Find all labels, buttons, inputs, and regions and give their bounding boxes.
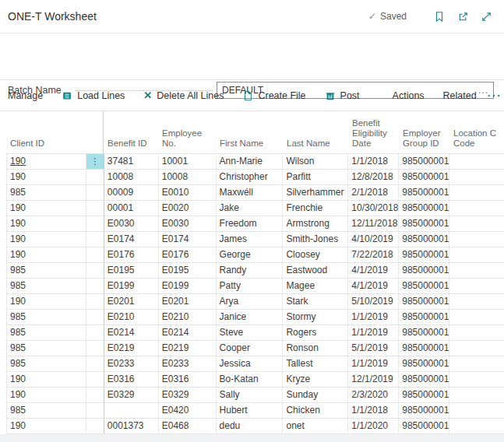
cell-location-code[interactable] bbox=[449, 356, 504, 371]
cell-location-code[interactable] bbox=[449, 232, 504, 247]
cell-last-name[interactable]: Rogers bbox=[283, 325, 348, 340]
cell-client-id[interactable]: 985 bbox=[7, 325, 86, 340]
cell-last-name[interactable]: Chicken bbox=[283, 403, 348, 418]
cell-location-code[interactable] bbox=[449, 310, 504, 324]
cell-location-code[interactable] bbox=[449, 247, 504, 262]
cell-first-name[interactable]: Sally bbox=[217, 388, 284, 402]
cell-benefit-id[interactable]: E0174 bbox=[104, 232, 159, 247]
cell-last-name[interactable]: Parfitt bbox=[283, 170, 348, 184]
cell-employer-group-id[interactable]: 985000001 bbox=[399, 403, 449, 418]
cell-employee-no[interactable]: E0201 bbox=[159, 294, 217, 309]
related-menu[interactable]: Related bbox=[443, 90, 477, 101]
cell-employee-no[interactable]: E0030 bbox=[159, 216, 217, 231]
cell-employee-no[interactable]: E0316 bbox=[159, 372, 217, 387]
row-options-icon[interactable]: ⋮ bbox=[86, 154, 104, 169]
cell-benefit-id[interactable]: E0214 bbox=[104, 325, 159, 340]
cell-last-name[interactable]: Sunday bbox=[283, 388, 348, 402]
cell-employer-group-id[interactable]: 985000001 bbox=[399, 419, 449, 433]
cell-employer-group-id[interactable]: 985000001 bbox=[399, 185, 449, 200]
cell-employer-group-id[interactable]: 985000001 bbox=[399, 372, 449, 387]
cell-benefit-eligibility-date[interactable]: 7/22/2018 bbox=[348, 247, 399, 262]
cell-benefit-id[interactable]: E0195 bbox=[104, 263, 159, 278]
column-header-benefit-id[interactable]: Benefit ID bbox=[104, 111, 158, 153]
cell-location-code[interactable] bbox=[449, 372, 504, 387]
cell-employer-group-id[interactable]: 985000001 bbox=[399, 154, 449, 169]
cell-first-name[interactable]: Cooper bbox=[217, 341, 284, 356]
cell-location-code[interactable] bbox=[449, 201, 504, 216]
column-header-last-name[interactable]: Last Name bbox=[283, 111, 348, 153]
cell-last-name[interactable]: Armstrong bbox=[283, 216, 348, 231]
cell-first-name[interactable]: James bbox=[217, 232, 284, 247]
cell-location-code[interactable] bbox=[449, 263, 504, 278]
cell-first-name[interactable]: Jake bbox=[217, 201, 284, 216]
cell-employee-no[interactable]: E0214 bbox=[159, 325, 217, 340]
cell-benefit-eligibility-date[interactable]: 12/1/2019 bbox=[348, 372, 399, 387]
cell-benefit-id[interactable]: E0210 bbox=[104, 310, 159, 324]
cell-employer-group-id[interactable]: 985000001 bbox=[399, 247, 449, 262]
bookmark-icon[interactable] bbox=[433, 10, 446, 23]
cell-location-code[interactable] bbox=[449, 325, 504, 340]
cell-first-name[interactable]: Hubert bbox=[217, 403, 284, 418]
cell-client-id[interactable]: 985 bbox=[7, 341, 86, 356]
cell-benefit-id[interactable]: E0201 bbox=[104, 294, 159, 309]
cell-employer-group-id[interactable]: 985000001 bbox=[399, 232, 449, 247]
cell-employee-no[interactable]: E0199 bbox=[159, 279, 217, 293]
cell-benefit-eligibility-date[interactable]: 2/3/2020 bbox=[348, 388, 399, 402]
cell-client-id[interactable]: 985 bbox=[7, 310, 86, 324]
cell-client-id[interactable]: 985 bbox=[7, 403, 86, 418]
post-button[interactable]: Post bbox=[325, 90, 360, 101]
cell-benefit-id[interactable]: E0329 bbox=[104, 388, 159, 402]
cell-employer-group-id[interactable]: 985000001 bbox=[399, 170, 449, 184]
cell-employer-group-id[interactable]: 985000001 bbox=[399, 263, 449, 278]
cell-location-code[interactable] bbox=[449, 185, 504, 200]
cell-benefit-eligibility-date[interactable]: 12/8/2018 bbox=[348, 170, 399, 184]
cell-benefit-eligibility-date[interactable]: 10/30/2018 bbox=[348, 201, 399, 216]
cell-employer-group-id[interactable]: 985000001 bbox=[399, 341, 449, 356]
cell-employer-group-id[interactable]: 985000001 bbox=[399, 388, 449, 402]
cell-employee-no[interactable]: E0219 bbox=[159, 341, 217, 356]
cell-last-name[interactable]: Cloosey bbox=[283, 247, 348, 262]
cell-benefit-id[interactable] bbox=[104, 403, 159, 418]
cell-last-name[interactable]: Frenchie bbox=[283, 201, 348, 216]
cell-benefit-eligibility-date[interactable]: 1/1/2019 bbox=[348, 356, 399, 371]
cell-location-code[interactable] bbox=[449, 294, 504, 309]
cell-employee-no[interactable]: E0176 bbox=[159, 247, 217, 262]
cell-first-name[interactable]: Ann-Marie bbox=[217, 154, 284, 169]
cell-location-code[interactable] bbox=[449, 419, 504, 433]
cell-first-name[interactable]: Randy bbox=[217, 263, 284, 278]
cell-last-name[interactable]: Kryze bbox=[283, 372, 348, 387]
cell-first-name[interactable]: Maxwéll bbox=[217, 185, 284, 200]
cell-last-name[interactable]: Stark bbox=[283, 294, 348, 309]
cell-client-id[interactable]: 985 bbox=[7, 356, 86, 371]
delete-all-lines-button[interactable]: ✕ Delete All Lines bbox=[143, 90, 224, 101]
cell-benefit-id[interactable]: E0233 bbox=[104, 356, 159, 371]
cell-employee-no[interactable]: E0210 bbox=[159, 310, 217, 324]
cell-last-name[interactable]: Stormy bbox=[283, 310, 348, 324]
cell-last-name[interactable]: Smith-Jones bbox=[283, 232, 348, 247]
cell-employee-no[interactable]: 10001 bbox=[159, 154, 217, 169]
cell-last-name[interactable]: Magee bbox=[283, 279, 348, 293]
cell-client-id[interactable]: 190 bbox=[7, 372, 86, 387]
cell-employer-group-id[interactable]: 985000001 bbox=[399, 356, 449, 371]
cell-first-name[interactable]: George bbox=[217, 247, 284, 262]
cell-client-id[interactable]: 190 bbox=[7, 232, 86, 247]
cell-benefit-eligibility-date[interactable]: 2/1/2018 bbox=[348, 185, 399, 200]
cell-employee-no[interactable]: E0233 bbox=[159, 356, 217, 371]
column-header-location-code[interactable]: Location CCode bbox=[449, 111, 504, 153]
cell-location-code[interactable] bbox=[449, 170, 504, 184]
create-file-button[interactable]: Create File bbox=[242, 90, 305, 101]
cell-benefit-id[interactable]: E0030 bbox=[104, 216, 159, 231]
cell-employer-group-id[interactable]: 985000001 bbox=[399, 216, 449, 231]
cell-benefit-id[interactable]: 0001373 bbox=[104, 419, 159, 433]
cell-last-name[interactable]: Eastwood bbox=[283, 263, 348, 278]
cell-benefit-eligibility-date[interactable]: 1/1/2019 bbox=[348, 325, 399, 340]
expand-icon[interactable] bbox=[480, 10, 492, 23]
cell-first-name[interactable]: Steve bbox=[217, 325, 284, 340]
cell-first-name[interactable]: Patty bbox=[217, 279, 284, 293]
cell-last-name[interactable]: Wilson bbox=[283, 154, 348, 169]
cell-location-code[interactable] bbox=[449, 403, 504, 418]
cell-last-name[interactable]: Silverhammer bbox=[283, 185, 348, 200]
cell-benefit-id[interactable]: E0219 bbox=[104, 341, 159, 356]
cell-location-code[interactable] bbox=[449, 154, 504, 169]
cell-first-name[interactable]: Bo-Katan bbox=[217, 372, 284, 387]
